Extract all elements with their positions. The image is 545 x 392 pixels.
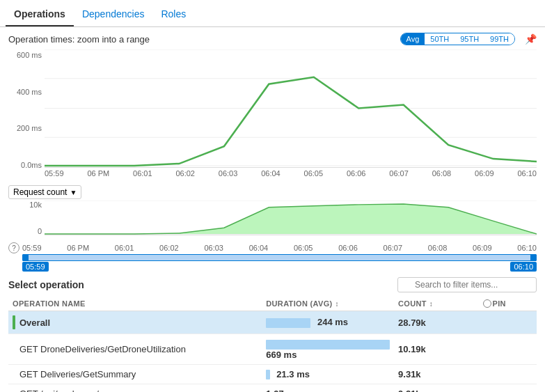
x-label-9: 06:08 bbox=[432, 169, 452, 178]
x-label-7: 06:06 bbox=[347, 169, 366, 178]
pct-99-button[interactable]: 99TH bbox=[484, 33, 514, 45]
x-label-8: 06:07 bbox=[389, 169, 409, 178]
x-label-6: 06:05 bbox=[304, 169, 324, 178]
col-header-count[interactable]: COUNT ↕ bbox=[394, 297, 478, 311]
x-label-1: 06 PM bbox=[87, 169, 109, 178]
sort-count-icon[interactable]: ↕ bbox=[429, 300, 433, 308]
search-input[interactable] bbox=[397, 277, 537, 292]
op-name-cell: GET /api/packages/summary bbox=[8, 384, 262, 392]
op-count-cell: 10.19k bbox=[394, 334, 478, 365]
tabs-bar: Operations Dependencies Roles bbox=[0, 0, 545, 27]
count-value: 9.21k bbox=[398, 389, 421, 392]
col-header-name: OPERATION NAME bbox=[8, 297, 262, 311]
chart-svg-container[interactable] bbox=[45, 49, 537, 168]
y-label-0: 0.0ms bbox=[8, 161, 42, 169]
tab-operations[interactable]: Operations bbox=[6, 3, 74, 26]
duration-value: 1.97 ms bbox=[266, 389, 299, 392]
op-pin-cell[interactable] bbox=[479, 384, 537, 392]
mini-y-0: 0 bbox=[8, 227, 42, 235]
sort-duration-icon[interactable]: ↕ bbox=[335, 300, 339, 308]
y-label-600: 600 ms bbox=[8, 51, 42, 59]
op-duration-cell: 21.3 ms bbox=[262, 364, 394, 384]
mini-y-axis: 10k 0 bbox=[8, 201, 42, 235]
pin-circle-icon bbox=[483, 299, 491, 308]
timeline-section: ? 05:59 06 PM 06:01 06:02 06:03 06:04 06… bbox=[0, 241, 545, 272]
request-count-dropdown[interactable]: Request count ▼ bbox=[8, 185, 81, 199]
op-duration-cell: 244 ms bbox=[262, 311, 394, 334]
chevron-down-icon: ▼ bbox=[70, 189, 77, 196]
col-header-duration[interactable]: DURATION (AVG) ↕ bbox=[262, 297, 394, 311]
main-chart-area: 600 ms 400 ms 200 ms 0.0ms 05:59 06 PM 0… bbox=[0, 48, 545, 184]
pct-group: Avg 50TH 95TH 99TH bbox=[400, 33, 515, 45]
range-end-label: 06:10 bbox=[510, 262, 537, 272]
y-label-200: 200 ms bbox=[8, 124, 42, 132]
op-pin-cell[interactable] bbox=[479, 364, 537, 384]
count-value: 28.79k bbox=[398, 317, 426, 328]
chart-title: Operation times: zoom into a range bbox=[8, 34, 150, 45]
duration-value: 21.3 ms bbox=[276, 369, 310, 379]
x-label-3: 06:02 bbox=[175, 169, 195, 178]
x-label-4: 06:03 bbox=[219, 169, 238, 178]
operations-table-wrap: OPERATION NAME DURATION (AVG) ↕ COUNT ↕ bbox=[0, 297, 545, 392]
table-row[interactable]: Overall 244 ms 28.79k bbox=[8, 311, 537, 334]
op-pin-cell[interactable] bbox=[479, 311, 537, 334]
pct-50-button[interactable]: 50TH bbox=[425, 33, 455, 45]
mini-chart-container[interactable]: 10k 0 bbox=[8, 201, 537, 241]
tab-dependencies[interactable]: Dependencies bbox=[74, 3, 153, 26]
pct-95-button[interactable]: 95TH bbox=[455, 33, 484, 45]
duration-bar bbox=[266, 318, 310, 328]
tab-roles[interactable]: Roles bbox=[152, 3, 194, 26]
mini-chart-header: Request count ▼ bbox=[8, 185, 537, 199]
duration-bar bbox=[266, 370, 269, 379]
svg-marker-7 bbox=[45, 204, 537, 234]
op-pin-cell[interactable] bbox=[479, 334, 537, 365]
x-axis-labels: 05:59 06 PM 06:01 06:02 06:03 06:04 06:0… bbox=[45, 168, 537, 178]
duration-bar bbox=[266, 340, 390, 350]
count-value: 10.19k bbox=[398, 344, 426, 354]
op-count-cell: 9.31k bbox=[394, 364, 478, 384]
duration-value: 669 ms bbox=[266, 350, 297, 360]
mini-chart-section: Request count ▼ 10k 0 bbox=[0, 184, 545, 241]
op-duration-cell: 1.97 ms bbox=[262, 384, 394, 392]
green-accent-bar bbox=[13, 315, 15, 329]
duration-value: 244 ms bbox=[317, 317, 348, 327]
count-value: 9.31k bbox=[398, 369, 421, 379]
operations-table: OPERATION NAME DURATION (AVG) ↕ COUNT ↕ bbox=[8, 297, 537, 392]
dropdown-label: Request count bbox=[13, 187, 67, 197]
select-op-title: Select operation bbox=[8, 279, 84, 290]
col-header-pin: PIN bbox=[479, 297, 537, 311]
op-count-cell: 9.21k bbox=[394, 384, 478, 392]
timeline-row: ? 05:59 06 PM 06:01 06:02 06:03 06:04 06… bbox=[8, 242, 537, 253]
x-label-5: 06:04 bbox=[261, 169, 281, 178]
x-label-0: 05:59 bbox=[45, 169, 64, 178]
chart-header: Operation times: zoom into a range Avg 5… bbox=[0, 27, 545, 48]
x-label-2: 06:01 bbox=[133, 169, 152, 178]
op-name-cell: GET Deliveries/GetSummary bbox=[8, 364, 262, 384]
table-row[interactable]: GET Deliveries/GetSummary 21.3 ms 9.31k bbox=[8, 364, 537, 384]
x-label-11: 06:10 bbox=[517, 169, 537, 178]
table-row[interactable]: GET /api/packages/summary 1.97 ms 9.21k bbox=[8, 384, 537, 392]
search-wrap: 🔍 bbox=[397, 277, 537, 292]
timeline-times: 05:59 06 PM 06:01 06:02 06:03 06:04 06:0… bbox=[22, 244, 537, 252]
op-count-cell: 28.79k bbox=[394, 311, 478, 334]
range-start-label: 05:59 bbox=[22, 262, 49, 272]
mini-y-10k: 10k bbox=[8, 201, 42, 209]
op-name-cell: Overall bbox=[8, 311, 262, 334]
op-name-cell: GET DroneDeliveries/GetDroneUtilization bbox=[8, 334, 262, 365]
range-selection-bar[interactable] bbox=[22, 254, 537, 261]
table-row[interactable]: GET DroneDeliveries/GetDroneUtilization … bbox=[8, 334, 537, 365]
y-label-400: 400 ms bbox=[8, 88, 42, 96]
pct-avg-button[interactable]: Avg bbox=[401, 33, 425, 45]
pin-icon[interactable]: 📌 bbox=[525, 33, 537, 45]
range-labels: 05:59 06:10 bbox=[22, 262, 537, 272]
select-op-header: Select operation 🔍 bbox=[0, 272, 545, 297]
op-duration-cell: 669 ms bbox=[262, 334, 394, 365]
x-label-10: 06:09 bbox=[475, 169, 494, 178]
y-axis: 600 ms 400 ms 200 ms 0.0ms bbox=[8, 51, 42, 169]
help-icon[interactable]: ? bbox=[8, 242, 19, 253]
percentile-controls: Avg 50TH 95TH 99TH 📌 bbox=[400, 33, 537, 45]
mini-chart-svg[interactable] bbox=[45, 201, 537, 235]
